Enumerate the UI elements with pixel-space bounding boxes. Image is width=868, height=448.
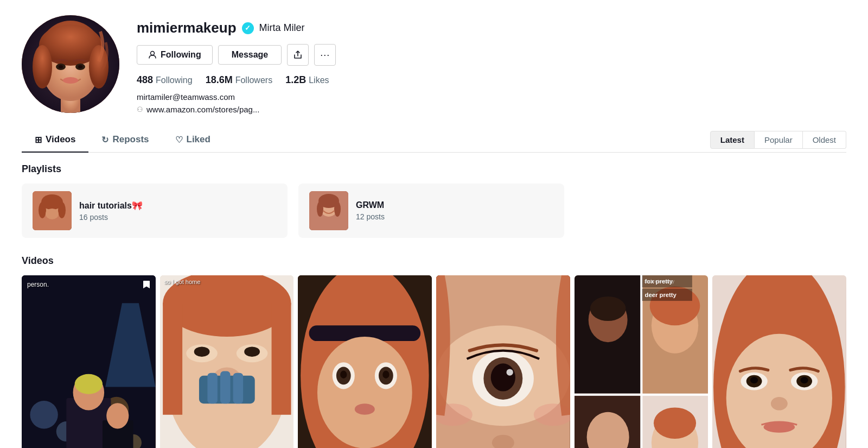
tab-liked-label: Liked: [187, 134, 210, 145]
svg-point-35: [106, 403, 129, 428]
message-button[interactable]: Message: [218, 45, 282, 65]
video-thumb-5: fox pretty deer pretty cat pretty bunny …: [575, 275, 709, 448]
svg-point-69: [491, 363, 515, 391]
sort-popular-button[interactable]: Popular: [755, 131, 803, 149]
following-person-icon: [148, 51, 157, 59]
display-name: Mirta Miler: [259, 22, 305, 34]
svg-rect-46: [233, 373, 243, 404]
sort-oldest-button[interactable]: Oldest: [803, 131, 846, 149]
svg-point-33: [75, 374, 103, 394]
playlist-thumb-2: [309, 191, 348, 230]
svg-point-9: [59, 65, 63, 68]
svg-rect-86: [640, 275, 642, 448]
playlist-count-2: 12 posts: [356, 212, 385, 221]
playlists-grid: hair tutorials🎀 16 posts GRWM 12 posts: [22, 184, 846, 238]
tabs-left: ⊞ Videos ↻ Reposts ♡ Liked: [22, 127, 224, 152]
videos-section-title: Videos: [22, 255, 846, 267]
link-icon: ⚇: [137, 105, 143, 113]
stats-row: 488 Following 18.6M Followers 1.2B Likes: [137, 74, 846, 86]
sort-buttons: Latest Popular Oldest: [710, 131, 846, 149]
action-buttons: Following Message ···: [137, 44, 846, 66]
videos-tab-icon: ⊞: [35, 135, 42, 145]
video-card-6[interactable]: LuckyDev 501.5K: [712, 275, 846, 448]
following-stat[interactable]: 488 Following: [137, 74, 193, 86]
share-icon: [293, 50, 303, 60]
svg-point-105: [801, 377, 808, 383]
svg-point-12: [151, 52, 155, 55]
svg-rect-87: [575, 394, 709, 396]
svg-text:andmetooaway: andmetooaway: [644, 279, 675, 284]
svg-point-53: [317, 337, 412, 448]
svg-point-18: [46, 209, 59, 219]
svg-point-85: [654, 407, 696, 439]
following-button[interactable]: Following: [137, 45, 213, 65]
avatar: [22, 15, 119, 113]
svg-rect-48: [163, 303, 182, 415]
bio-email: mirtamiler@teamwass.com: [137, 92, 846, 102]
likes-stat[interactable]: 1.2B Likes: [285, 74, 329, 86]
tab-liked[interactable]: ♡ Liked: [162, 128, 224, 153]
tab-videos[interactable]: ⊞ Videos: [22, 128, 88, 153]
svg-rect-49: [271, 303, 291, 415]
playlist-card-grwm[interactable]: GRWM 12 posts: [298, 184, 564, 238]
sort-latest-button[interactable]: Latest: [710, 131, 755, 149]
svg-point-41: [244, 346, 260, 357]
tab-reposts-label: Reposts: [112, 134, 149, 145]
video-save-icon-1: [142, 280, 151, 292]
link-text: www.amazon.com/stores/pag...: [146, 105, 259, 114]
video-thumb-1: person. 19.9K: [22, 275, 156, 448]
username-row: mimiermakeup ✓ Mirta Miler: [137, 20, 846, 36]
playlist-thumb-1: [33, 191, 72, 230]
video-overlay-text-2: so I got home: [164, 279, 201, 285]
videos-grid: person. 19.9K: [22, 275, 846, 448]
reposts-tab-icon: ↻: [101, 135, 108, 145]
followers-count: 18.6M: [206, 74, 233, 86]
playlist-name-1: hair tutorials🎀: [79, 200, 143, 211]
video-thumb-6: LuckyDev 501.5K: [712, 275, 846, 448]
video-card-1[interactable]: person. 19.9K: [22, 275, 156, 448]
video-card-4[interactable]: 290.8K: [436, 275, 570, 448]
profile-info: mimiermakeup ✓ Mirta Miler Following Mes…: [137, 15, 846, 114]
playlist-info-1: hair tutorials🎀 16 posts: [79, 200, 143, 222]
svg-point-23: [334, 201, 341, 217]
svg-point-56: [340, 371, 347, 378]
share-button[interactable]: [287, 44, 309, 66]
svg-point-107: [764, 421, 795, 433]
playlists-section-title: Playlists: [22, 163, 846, 175]
following-label: Following: [156, 75, 193, 85]
video-card-2[interactable]: so I got home 180.5K: [160, 275, 294, 448]
video-thumb-4: 290.8K: [436, 275, 570, 448]
likes-count: 1.2B: [285, 74, 306, 86]
bio-link[interactable]: ⚇ www.amazon.com/stores/pag...: [137, 105, 846, 114]
liked-tab-icon: ♡: [175, 135, 183, 145]
followers-stat[interactable]: 18.6M Followers: [206, 74, 273, 86]
svg-point-6: [89, 45, 108, 89]
video-card-5[interactable]: fox pretty deer pretty cat pretty bunny …: [575, 275, 709, 448]
following-count: 488: [137, 74, 153, 86]
content-area: Playlists hair tutorials🎀 16 posts: [0, 153, 868, 448]
likes-label: Likes: [309, 75, 329, 85]
video-thumb-2: so I got home 180.5K: [160, 275, 294, 448]
playlist-card-hair-tutorials[interactable]: hair tutorials🎀 16 posts: [22, 184, 288, 238]
tab-videos-label: Videos: [46, 134, 75, 145]
svg-point-25: [30, 401, 58, 428]
svg-text:deer pretty: deer pretty: [644, 292, 676, 298]
svg-rect-44: [207, 373, 218, 404]
verified-badge: ✓: [242, 22, 254, 34]
video-overlay-text-1: person.: [27, 281, 49, 288]
tabs-section: ⊞ Videos ↻ Reposts ♡ Liked Latest Popula…: [22, 127, 846, 153]
video-card-3[interactable]: LuckyDev 16.6K: [298, 275, 432, 448]
video-thumb-3: LuckyDev 16.6K: [298, 275, 432, 448]
tab-reposts[interactable]: ↻ Reposts: [88, 128, 162, 153]
svg-point-106: [771, 397, 788, 411]
svg-point-5: [33, 45, 52, 89]
more-button[interactable]: ···: [314, 44, 336, 66]
avatar-container: [22, 15, 119, 113]
svg-rect-45: [220, 371, 231, 404]
svg-point-16: [39, 202, 46, 218]
svg-point-22: [317, 201, 323, 217]
playlist-name-2: GRWM: [356, 200, 385, 210]
username: mimiermakeup: [137, 20, 237, 36]
svg-point-10: [78, 65, 82, 68]
svg-point-60: [355, 403, 375, 415]
